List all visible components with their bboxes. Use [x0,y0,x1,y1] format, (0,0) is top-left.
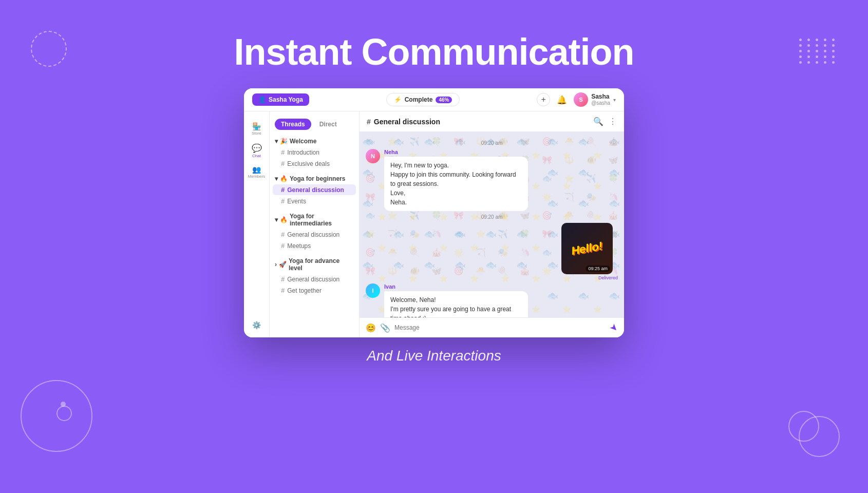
notifications-button[interactable]: 🔔 [555,93,569,106]
channel-gen-disc-inter-label: General discussion [287,231,339,238]
hash-icon: # [281,231,285,238]
section-beginners-label: Yoga for beginners [290,175,345,182]
hash-icon: # [281,197,285,205]
sticker-wrap: Hello! 09:25 am Delivered [561,223,618,280]
more-options-icon[interactable]: ⋮ [609,117,617,126]
chat-channel-name: General discussion [374,118,440,126]
ivan-sender-label: Ivan [384,283,528,290]
message-1-wrap: Neha Hey, I'm new to yoga.Happy to join … [384,149,528,211]
bell-icon: 🔔 [557,95,567,105]
store-icon: 🏪 [252,122,261,130]
beginners-emoji: 🔥 [280,175,288,182]
workspace-label: Sasha Yoga [269,96,303,103]
channel-get-together-label: Get together [287,287,322,294]
store-label: Store [252,131,261,136]
user-name: Sasha [591,93,610,100]
channel-events[interactable]: # Events [273,196,356,206]
hash-icon: # [281,186,285,194]
channel-general-discussion-adv[interactable]: # General discussion [273,274,356,285]
section-yoga-intermediaries: ▾ 🔥 Yoga for intermediaries # General di… [270,209,359,254]
channel-meetups[interactable]: # Meetups [273,240,356,251]
page-title: Instant Communication [234,31,634,73]
channel-get-together[interactable]: # Get together [273,285,356,296]
avatar: S [574,92,588,107]
sidebar-item-chat[interactable]: 💬 Chat [248,141,266,160]
message-1-bubble: Hey, I'm new to yoga.Happy to join this … [384,157,528,211]
message-1-text: Hey, I'm new to yoga.Happy to join this … [390,162,516,206]
ivan-avatar: I [366,283,380,298]
chevron-icon: ▾ [275,175,278,182]
chat-input-area: 😊 📎 ➤ [360,317,624,337]
channel-introduction[interactable]: # Introduction [273,147,356,158]
deco-circle-bl-dot [61,402,66,407]
message-3-wrap: Ivan Welcome, Neha!I'm pretty sure you a… [384,283,528,317]
channel-general-discussion-inter[interactable]: # General discussion [273,229,356,240]
chevron-icon: ▾ [275,138,278,145]
user-badge[interactable]: S Sasha @sasha ▾ [574,92,616,107]
chevron-icon: › [275,261,277,268]
message-input[interactable] [394,324,606,331]
deco-circle-br2 [799,416,840,457]
top-bar: 👤 Sasha Yoga ⚡ Complete 46% + 🔔 [244,88,624,111]
hash-icon: # [281,148,285,156]
attachment-icon[interactable]: 📎 [380,323,390,333]
hash-icon: # [281,160,285,167]
channel-events-label: Events [287,198,306,205]
complete-label: Complete [405,96,433,103]
chat-label: Chat [252,154,261,158]
sidebar-item-settings[interactable]: ⚙️ [248,319,266,337]
tab-direct[interactable]: Direct [313,119,343,130]
top-bar-left: 👤 Sasha Yoga [252,93,309,106]
channel-exclusive-deals[interactable]: # Exclusive deals [273,158,356,169]
user-icon: 👤 [258,96,266,103]
chat-area: # General discussion 🔍 ⋮ 🐟⭐✈️🍀🎀🔱🐠🦋🎯🐣🍭🎪 [360,111,624,337]
chat-header: # General discussion 🔍 ⋮ [360,111,624,132]
icon-sidebar: 🏪 Store 💬 Chat 👥 Members ⚙️ [244,111,270,337]
section-header-advance[interactable]: › 🚀 Yoga for advance level [270,256,359,273]
plus-icon: + [541,95,545,104]
delivered-label: Delivered [598,275,618,280]
top-bar-center: ⚡ Complete 46% [386,93,460,106]
send-button[interactable]: ➤ [607,321,620,334]
sidebar-item-members[interactable]: 👥 Members [248,163,266,181]
emoji-icon[interactable]: 😊 [366,323,376,333]
hello-text: Hello! [571,239,604,258]
complete-percentage: 46% [436,97,452,103]
chat-title: # General discussion [367,118,440,126]
chevron-down-icon: ▾ [613,97,616,103]
section-header-beginners[interactable]: ▾ 🔥 Yoga for beginners [270,174,359,184]
hash-icon: # [281,287,285,294]
chevron-icon: ▾ [275,216,278,223]
chat-icon: 💬 [252,143,262,153]
intermediaries-emoji: 🔥 [280,216,288,223]
welcome-emoji: 🎉 [280,138,288,145]
channel-general-discussion-beginners[interactable]: # General discussion [273,184,356,195]
add-button[interactable]: + [537,93,550,106]
gear-icon: ⚙️ [252,321,261,329]
app-window: 👤 Sasha Yoga ⚡ Complete 46% + 🔔 [244,88,624,337]
hash-icon: # [281,242,285,250]
page-subtitle: And Live Interactions [367,348,501,364]
chat-header-icons: 🔍 ⋮ [593,117,617,126]
timestamp-1: 09:20 am [366,140,618,146]
timestamp-2: 09:20 am [366,214,618,220]
deco-circle-bl-inner [56,406,72,421]
channel-introduction-label: Introduction [287,149,319,156]
complete-button[interactable]: ⚡ Complete 46% [386,93,460,106]
channel-gen-disc-adv-label: General discussion [287,276,339,283]
section-header-welcome[interactable]: ▾ 🎉 Welcome [270,136,359,146]
section-advance-label: Yoga for advance level [289,257,354,272]
thread-direct-tabs: Threads Direct [270,117,359,134]
channel-meetups-label: Meetups [287,242,311,250]
workspace-button[interactable]: 👤 Sasha Yoga [252,93,309,106]
neha-avatar: N [366,149,380,163]
members-label: Members [248,174,265,179]
user-info: Sasha @sasha [591,93,610,106]
search-icon[interactable]: 🔍 [593,117,603,126]
advance-emoji: 🚀 [279,261,287,268]
sidebar-item-store[interactable]: 🏪 Store [248,120,266,138]
tab-threads[interactable]: Threads [275,119,311,130]
section-header-intermediaries[interactable]: ▾ 🔥 Yoga for intermediaries [270,211,359,229]
chat-hash: # [367,118,371,126]
section-yoga-advance: › 🚀 Yoga for advance level # General dis… [270,254,359,298]
